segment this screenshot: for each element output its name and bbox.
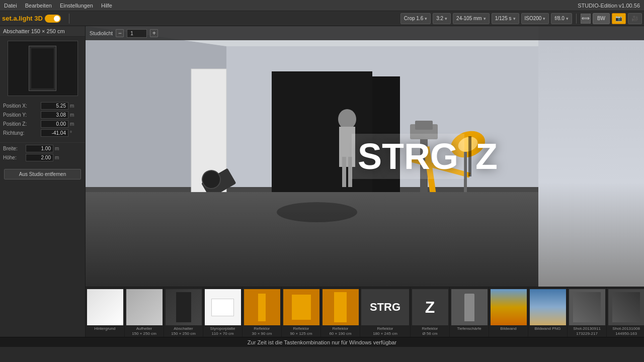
list-item[interactable]: Reflektor30 × 90 cm — [243, 287, 282, 337]
breite-unit: m — [55, 146, 59, 151]
list-item[interactable]: Abschatter150 × 250 cm — [164, 287, 203, 337]
app-logo: set.a.light 3D — [2, 15, 43, 22]
richtung-input[interactable] — [41, 129, 68, 137]
list-item[interactable]: STRG Reflektor180 × 245 cm — [360, 287, 411, 337]
list-item[interactable]: Bildwand — [489, 287, 528, 337]
intensity-plus-btn[interactable]: + — [150, 29, 158, 37]
thumb-preview — [530, 289, 566, 325]
main-area: Abschatter 150 × 250 cm Position X: m Po… — [0, 26, 644, 337]
hoehe-row: Höhe: m — [3, 154, 82, 161]
logo-area: set.a.light 3D — [2, 15, 61, 23]
svg-rect-13 — [372, 76, 400, 197]
studio-edition-label: STUDIO-Edition v1.00.56 — [578, 3, 640, 9]
position-z-row: Position Z: m — [3, 120, 82, 128]
arrows-btn[interactable]: ⟺ — [581, 14, 591, 24]
thumb-preview — [166, 289, 202, 325]
richtung-unit: ° — [70, 130, 72, 136]
svg-rect-21 — [464, 152, 467, 192]
breite-row: Breite: m — [3, 145, 82, 152]
list-item[interactable]: Reflektor60 × 190 cm — [321, 287, 360, 337]
hoehe-label: Höhe: — [3, 155, 26, 160]
richtung-row: Richtung: ° — [3, 129, 82, 137]
thumb-label: Bildwand PNG — [533, 325, 561, 331]
list-item[interactable]: Shot-20130911173229-217 — [568, 287, 607, 337]
remove-from-studio-button[interactable]: Aus Studio entfernen — [4, 169, 81, 179]
panel-title: Abschatter 150 × 250 cm — [0, 26, 85, 37]
thumb-preview — [87, 289, 123, 325]
intensity-input[interactable] — [127, 29, 147, 38]
hoehe-input[interactable] — [26, 154, 53, 161]
menu-bar: Datei Bearbeiten Einstellungen Hilfe STU… — [0, 0, 644, 11]
menu-bearbeiten[interactable]: Bearbeiten — [25, 3, 52, 9]
position-z-label: Position Z: — [3, 121, 41, 127]
thumb-preview — [451, 289, 488, 325]
thumb-label: Shot-20130911173229-217 — [572, 325, 602, 336]
viewport[interactable]: Studiolicht − + — [86, 26, 644, 287]
shutter-dropdown[interactable]: 1/125 s — [492, 13, 519, 24]
ratio-dropdown[interactable]: 3:2 — [433, 13, 451, 24]
menu-einstellungen[interactable]: Einstellungen — [60, 3, 93, 9]
menu-hilfe[interactable]: Hilfe — [101, 3, 112, 9]
thumb-preview: STRG — [361, 289, 409, 325]
position-z-unit: m — [70, 121, 74, 127]
position-y-unit: m — [70, 112, 74, 118]
thumb-label: Abschatter150 × 250 cm — [170, 325, 197, 336]
thumb-preview — [126, 289, 163, 325]
thumb-label: Tiefenschärfe — [456, 325, 482, 331]
thumb-preview — [244, 289, 280, 325]
thumb-label: Aufheller150 × 250 cm — [131, 325, 157, 336]
position-x-input[interactable] — [41, 102, 68, 110]
thumb-label: ReflektorØ 56 cm — [421, 325, 439, 336]
position-z-input[interactable] — [41, 120, 68, 128]
thumb-preview: Z — [412, 289, 448, 325]
position-y-label: Position Y: — [3, 112, 41, 118]
preview-box — [8, 41, 78, 96]
thumb-label: Hintergrund — [94, 325, 117, 331]
separator-2 — [576, 14, 577, 24]
thumb-preview — [283, 289, 319, 325]
list-item[interactable]: Z ReflektorØ 56 cm — [411, 287, 450, 337]
list-item[interactable]: Styroporplatte110 × 70 cm — [203, 287, 243, 337]
position-x-row: Position X: m — [3, 102, 82, 110]
size-section: Breite: m Höhe: m — [0, 142, 85, 165]
list-item[interactable]: Aufheller150 × 250 cm — [125, 287, 164, 337]
toolbar: set.a.light 3D Crop 1.6 3:2 24-105 mm 1/… — [0, 11, 644, 26]
aperture-dropdown[interactable]: f/8.0 — [551, 13, 572, 24]
thumb-preview — [323, 289, 359, 325]
light-dropdown-label: Studiolicht — [90, 31, 113, 36]
thumb-label: Styroporplatte110 × 70 cm — [209, 325, 236, 336]
thumb-label: Bildwand — [499, 325, 517, 331]
position-section: Position X: m Position Y: m Position Z: … — [0, 100, 85, 140]
thumb-label: Reflektor90 × 125 cm — [289, 325, 313, 336]
breite-input[interactable] — [26, 145, 53, 152]
svg-point-25 — [277, 202, 357, 222]
position-y-input[interactable] — [41, 111, 68, 119]
list-item[interactable]: Hintergrund — [86, 287, 125, 337]
position-x-label: Position X: — [3, 103, 41, 109]
camera-alt-btn[interactable]: 🎥 — [628, 13, 642, 24]
scene-3d: STRG Z ⊕ ✥ 🔍 ⊞ ⋯ — [86, 26, 644, 287]
viewport-topbar: Studiolicht − + — [86, 26, 644, 40]
crop-dropdown[interactable]: Crop 1.6 — [400, 13, 431, 24]
svg-point-6 — [338, 109, 356, 129]
bw-button[interactable]: BW — [593, 13, 610, 24]
menu-datei[interactable]: Datei — [4, 3, 17, 9]
list-item[interactable]: Tiefenschärfe — [450, 287, 489, 337]
iso-dropdown[interactable]: ISO200 — [521, 13, 549, 24]
svg-rect-9 — [348, 157, 352, 187]
list-item[interactable]: Bildwand PNG — [528, 287, 568, 337]
toggle-button[interactable] — [45, 15, 61, 23]
svg-rect-7 — [339, 127, 355, 167]
thumb-preview — [205, 289, 241, 325]
center-area: Studiolicht − + — [86, 26, 644, 337]
list-item[interactable]: Shot-20131008144950-163 — [607, 287, 644, 337]
camera-capture-btn[interactable]: 📷 — [612, 13, 626, 24]
intensity-minus-btn[interactable]: − — [116, 29, 124, 37]
position-x-unit: m — [70, 103, 74, 109]
thumb-label: Reflektor60 × 190 cm — [328, 325, 352, 336]
svg-rect-4 — [272, 71, 372, 212]
list-item[interactable]: Reflektor90 × 125 cm — [282, 287, 321, 337]
richtung-label: Richtung: — [3, 130, 41, 136]
thumb-preview — [491, 289, 527, 325]
lens-dropdown[interactable]: 24-105 mm — [453, 13, 490, 24]
